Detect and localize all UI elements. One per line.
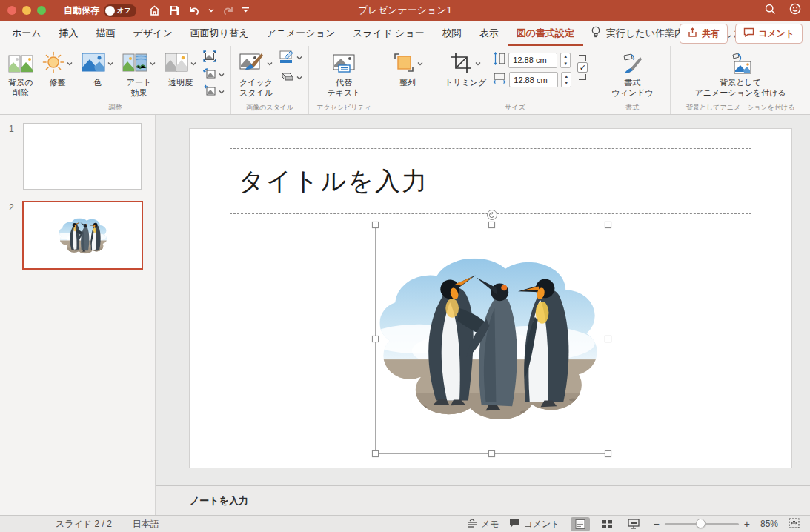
color-button[interactable]: 色 <box>79 49 116 90</box>
title-placeholder-text: タイトルを入力 <box>239 164 428 199</box>
title-placeholder[interactable]: タイトルを入力 <box>230 148 751 214</box>
tab-home[interactable]: ホーム <box>3 21 50 47</box>
resize-handle-top-right[interactable] <box>605 222 611 228</box>
corrections-chevron-icon <box>67 61 73 66</box>
shape-height-input[interactable] <box>508 53 557 68</box>
transparency-icon <box>165 53 188 75</box>
minimize-window-button[interactable] <box>22 6 31 15</box>
shape-height-stepper[interactable]: ▲▼ <box>560 53 571 68</box>
tab-review[interactable]: 校閲 <box>434 21 471 47</box>
resize-handle-bottom-center[interactable] <box>488 450 495 457</box>
zoom-in-button[interactable]: + <box>744 518 750 530</box>
notes-pane[interactable]: ノートを入力 <box>156 485 810 515</box>
comments-toggle-label: コメント <box>523 518 560 531</box>
shape-width-input[interactable] <box>509 72 558 87</box>
picture-border-icon <box>279 50 294 66</box>
tab-design[interactable]: デザイン <box>125 21 182 47</box>
zoom-window-button[interactable] <box>37 6 46 15</box>
quick-styles-button[interactable]: クイック スタイル <box>237 49 275 100</box>
reset-picture-button[interactable] <box>203 85 225 99</box>
slide-thumbnail-panel: 1 2 <box>0 115 156 515</box>
format-pane-button[interactable]: 書式 ウィンドウ <box>609 49 655 100</box>
tab-transitions[interactable]: 画面切り替え <box>182 21 258 47</box>
color-picture-icon <box>82 53 105 75</box>
notes-icon <box>467 519 477 530</box>
share-button[interactable]: 共有 <box>680 24 728 44</box>
undo-menu-chevron-icon[interactable] <box>208 8 214 13</box>
lock-aspect-ratio-checkbox[interactable]: ✓ <box>577 62 588 73</box>
resize-handle-middle-right[interactable] <box>605 336 611 342</box>
zoom-out-button[interactable]: − <box>654 518 660 530</box>
slideshow-view-button[interactable] <box>624 517 643 531</box>
slide-editor: タイトルを入力 <box>156 115 810 485</box>
notes-toggle-button[interactable]: メモ <box>467 518 499 531</box>
zoom-slider[interactable] <box>665 523 739 525</box>
crop-label: トリミング <box>445 78 486 88</box>
remove-background-button[interactable]: 背景の 削除 <box>6 49 36 100</box>
resize-handle-top-center[interactable] <box>488 222 495 228</box>
shape-width-stepper[interactable]: ▲▼ <box>561 72 571 87</box>
comments-toggle-button[interactable]: コメント <box>509 518 560 531</box>
save-icon[interactable] <box>168 4 180 16</box>
artistic-effects-button[interactable]: アート 効果 <box>120 49 158 100</box>
quick-access-menu-icon[interactable] <box>242 7 249 13</box>
zoom-slider-thumb[interactable] <box>696 519 706 528</box>
home-icon[interactable] <box>148 4 161 16</box>
close-window-button[interactable] <box>7 6 16 15</box>
aspect-bracket-top <box>579 55 586 61</box>
compress-pictures-button[interactable] <box>203 51 225 64</box>
change-picture-button[interactable] <box>203 68 225 82</box>
autosave-state: オフ <box>117 6 130 16</box>
alt-text-button[interactable]: 代替 テキスト <box>325 49 363 100</box>
compress-pictures-icon <box>203 50 216 65</box>
slide-canvas[interactable]: タイトルを入力 <box>189 128 792 468</box>
tab-slideshow[interactable]: スライド ショー <box>344 21 433 47</box>
tab-animations[interactable]: アニメーション <box>257 21 344 47</box>
penguin-picture[interactable] <box>378 250 600 425</box>
tab-view[interactable]: 表示 <box>471 21 508 47</box>
alt-text-icon <box>332 50 356 77</box>
autosave-label: 自動保存 <box>64 4 99 17</box>
tab-picture-format[interactable]: 図の書式設定 <box>508 21 583 47</box>
normal-view-button[interactable] <box>571 517 590 531</box>
tab-draw[interactable]: 描画 <box>87 21 125 47</box>
aspect-bracket-bottom <box>579 74 586 80</box>
ribbon: 背景の 削除 修整 色 <box>0 46 810 115</box>
autosave-toggle[interactable]: オフ <box>104 4 136 17</box>
resize-handle-bottom-left[interactable] <box>372 450 379 457</box>
picture-border-button[interactable] <box>279 51 302 64</box>
slide-2-thumbnail-picture <box>59 216 107 255</box>
animate-as-background-button[interactable]: 背景として アニメーションを付ける <box>693 49 789 100</box>
ribbon-group-adjust: 背景の 削除 修整 色 <box>0 46 230 114</box>
resize-handle-bottom-right[interactable] <box>605 450 611 457</box>
slide-1-thumbnail[interactable] <box>23 123 142 190</box>
crop-icon <box>451 52 473 76</box>
reset-picture-chevron-icon <box>219 90 225 94</box>
tab-insert[interactable]: 挿入 <box>50 21 87 47</box>
zoom-level[interactable]: 85% <box>760 519 778 529</box>
crop-button[interactable]: トリミング <box>442 49 488 90</box>
account-icon[interactable] <box>789 3 801 18</box>
picture-selection[interactable] <box>375 225 608 454</box>
arrange-button[interactable]: 整列 <box>391 49 425 90</box>
corrections-button[interactable]: 修整 <box>40 49 75 90</box>
slide-sorter-view-button[interactable] <box>597 517 617 531</box>
ribbon-tab-row: ホーム 挿入 描画 デザイン 画面切り替え アニメーション スライド ショー 校… <box>0 21 810 46</box>
undo-icon[interactable] <box>187 4 201 16</box>
resize-handle-middle-left[interactable] <box>372 336 379 342</box>
picture-effects-button[interactable] <box>279 71 302 84</box>
artistic-effects-icon <box>122 53 147 76</box>
group-label-animate-background: 背景としてアニメーションを付ける <box>677 102 804 113</box>
transparency-button[interactable]: 透明度 <box>162 49 199 90</box>
resize-handle-top-left[interactable] <box>372 222 379 228</box>
picture-border-chevron-icon <box>296 56 302 60</box>
slide-2-thumbnail[interactable] <box>22 201 143 270</box>
corrections-label: 修整 <box>50 78 66 88</box>
animate-as-background-icon <box>727 50 754 77</box>
comments-button[interactable]: コメント <box>735 24 803 44</box>
language-indicator[interactable]: 日本語 <box>133 518 159 531</box>
rotate-handle[interactable] <box>487 210 497 220</box>
fit-slide-to-window-button[interactable] <box>789 518 800 531</box>
reset-picture-icon <box>203 84 216 99</box>
search-icon[interactable] <box>765 4 776 18</box>
